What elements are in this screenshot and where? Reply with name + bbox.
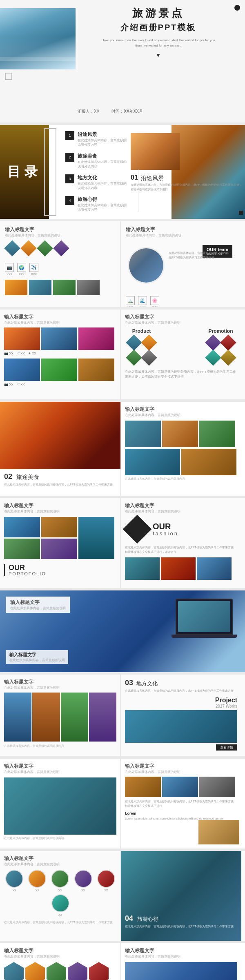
input-sub-r3: 在此处添加具体内容，言简意赅的说明 xyxy=(125,413,237,417)
input-label-l8: 输入标题文字 xyxy=(4,947,116,954)
input-label-l2: 输入标题文字 xyxy=(4,314,116,321)
icon-tag-3: ✦ XX xyxy=(28,352,36,355)
our-fashion-sub: fashion xyxy=(153,530,178,537)
slide-portfolio: 输入标题文字 在此处添加具体内容，言简意赅的说明 OUR PORTOFOLIO … xyxy=(0,498,245,588)
input-label-r6: 输入标题文字 xyxy=(125,763,237,770)
corner-square xyxy=(5,73,12,80)
circle-icon-5: XX xyxy=(97,870,115,892)
diamond-p3 xyxy=(126,350,142,366)
diamond-p4 xyxy=(141,350,157,366)
our-portfolio-sub: PORTOFOLIO xyxy=(9,571,116,576)
culture-r3 xyxy=(199,777,235,797)
bottom-input-text: 输入标题文字 xyxy=(9,652,65,658)
port-p2 xyxy=(4,539,40,559)
input-sub-left: 在此处添加具体内容，言简意赅的说明 xyxy=(5,233,116,238)
circle-icon-3: XX xyxy=(51,870,69,892)
strip-1 xyxy=(4,693,31,742)
section-num-02: 02 xyxy=(4,472,12,481)
toc-num-2: 2 xyxy=(65,153,74,162)
toc-desc-3: 在此处添加具体内容，言简意赅的说明分项内容 xyxy=(78,181,127,190)
photo-l2-3 xyxy=(78,327,114,350)
bottom-input-sub: 在此处添加具体内容，言简意赅的说明 xyxy=(9,658,65,662)
input-label-l5: 输入标题文字 xyxy=(4,679,116,686)
icon-tag-1: 📷 XX xyxy=(4,352,13,355)
final-landscape xyxy=(125,962,237,980)
toc-title-2: 旅途美食 xyxy=(78,153,127,160)
input-label-left: 输入标题文字 xyxy=(5,226,116,233)
photo-l2-5 xyxy=(41,359,77,381)
diamond-pr1 xyxy=(205,334,221,351)
promotion-label: Promotion xyxy=(209,328,233,334)
toc-title-1: 沿途风景 xyxy=(78,131,127,138)
subtitle-cn: 介绍画册PPT模板 xyxy=(78,22,239,33)
circle-icon-1: XX xyxy=(5,870,23,892)
fashion-diamond xyxy=(123,515,152,544)
slide-team: 输入标题文字 在此处添加具体内容，言简意赅的说明 📷 XXX 🌍 XXX ✈️ … xyxy=(0,221,245,307)
photo-sm-2 xyxy=(29,280,51,295)
input-label-r4: 输入标题文字 xyxy=(125,502,237,509)
slide-toc: 目录 1 沿途风景在此处添加具体内容，言简意赅的说明分项内容 2 旅途美食在此处… xyxy=(0,125,245,219)
arrow-down-icon: ▼ xyxy=(78,52,239,58)
culture-r1 xyxy=(125,777,161,797)
food-r-1 xyxy=(125,421,161,447)
fashion-p2 xyxy=(161,557,196,580)
photo-sm-4 xyxy=(77,280,100,295)
toc-item-4: 4 旅游心得在此处添加具体内容，言简意赅的说明分项内容 xyxy=(65,196,127,212)
circles-desc: 在此处添加具体内容，言简意赅的说明分项内容，此PPT模板为您的学习工作带来方便 xyxy=(4,920,116,925)
line-accent-v xyxy=(138,169,138,212)
section-title-04: 旅游心得 xyxy=(137,916,158,922)
main-title-cn: 旅游景点 xyxy=(78,6,239,20)
culture-r-desc: 在此处添加具体内容，言简意赅的说明分项内容，此PPT模板为您的学习工作带来方便，… xyxy=(125,800,237,808)
section-desc-04: 在此处添加具体内容，言简意赅的说明分项内容，此PPT模板为您的学习工作带来方便 xyxy=(125,924,234,929)
diamond-pr4 xyxy=(220,350,236,366)
slide-culture: 输入标题文字 在此处添加具体内容，言简意赅的说明 在此处添加具体内容，言简意赅的… xyxy=(0,759,245,849)
input-sub-r8: 在此处添加具体内容，言简意赅的说明 xyxy=(125,954,237,959)
toc-item-2: 2 旅途美食在此处添加具体内容，言简意赅的说明分项内容 xyxy=(65,153,127,169)
overlay-input-label: 输入标题文字 xyxy=(10,599,66,606)
input-sub-r6: 在此处添加具体内容，言简意赅的说明 xyxy=(125,770,237,774)
diamond-2 xyxy=(20,240,37,256)
photo-l2-1 xyxy=(4,327,40,350)
photo-l2-4 xyxy=(4,359,40,381)
our-portfolio-label: OUR xyxy=(9,564,116,571)
overlay-input-sub: 在此处添加具体内容，言简意赅的说明 xyxy=(10,606,66,610)
icon-tag-5: ♡ XX xyxy=(17,383,25,386)
icon-item-3: ✈️ XXX xyxy=(29,263,38,276)
input-sub-l5: 在此处添加具体内容，言简意赅的说明 xyxy=(4,686,116,690)
toc-item-3: 3 地方文化在此处添加具体内容，言简意赅的说明分项内容 xyxy=(65,174,127,190)
toc-item-1: 1 沿途风景在此处添加具体内容，言简意赅的说明分项内容 xyxy=(65,131,127,147)
diamond-p1 xyxy=(126,334,142,351)
input-label-l7: 输入标题文字 xyxy=(4,855,116,862)
input-label-r3: 输入标题文字 xyxy=(125,406,237,413)
food-caption: 在此处添加具体内容，言简意赅的说明分项内容 xyxy=(125,477,237,481)
project-button[interactable]: 查看详情 xyxy=(216,744,237,751)
strip-caption: 在此处添加具体内容，言简意赅的说明分项内容 xyxy=(4,744,116,748)
toc-num-4: 4 xyxy=(65,196,74,205)
diamond-p2 xyxy=(141,334,157,351)
toc-heading: 目录 xyxy=(7,163,42,181)
photo-sm-1 xyxy=(5,280,27,295)
team-desc: 在此处添加具体内容，言简意赅的说明分项内容，此PPT模板为您的学习工作带来方便 xyxy=(169,251,232,260)
icon-item-1: 📷 XXX xyxy=(5,263,14,276)
laptop-mockup xyxy=(176,599,233,635)
input-sub-r4: 在此处添加具体内容，言简意赅的说明 xyxy=(125,509,237,514)
section-num-04: 04 xyxy=(125,914,133,922)
colosseum-img xyxy=(198,820,239,844)
culture-caption-l: 在此处添加具体内容，言简意赅的说明分项内容 xyxy=(4,836,116,840)
toc-num-3: 3 xyxy=(65,174,74,183)
product-desc: 在此处添加具体内容，言简意赅的说明分项内容，此PPT模板为您的学习工作带来方便，… xyxy=(125,370,237,379)
section-num-01: 01 xyxy=(131,174,138,181)
food-r-3 xyxy=(199,421,235,447)
input-label-right: 输入标题文字 xyxy=(126,226,236,233)
food-r-5 xyxy=(181,449,236,475)
circle-icon-4: XX xyxy=(74,870,92,892)
toc-num-1: 1 xyxy=(65,131,74,140)
our-fashion-label: OUR xyxy=(153,522,178,530)
input-sub-l8: 在此处添加具体内容，言简意赅的说明 xyxy=(4,954,116,959)
strip-3 xyxy=(61,693,88,742)
culture-img-main xyxy=(4,777,116,835)
input-sub-l4: 在此处添加具体内容，言简意赅的说明 xyxy=(4,509,116,514)
toc-title-3: 地方文化 xyxy=(78,174,127,181)
strip-4 xyxy=(89,693,116,742)
hexagon-1 xyxy=(4,962,24,980)
